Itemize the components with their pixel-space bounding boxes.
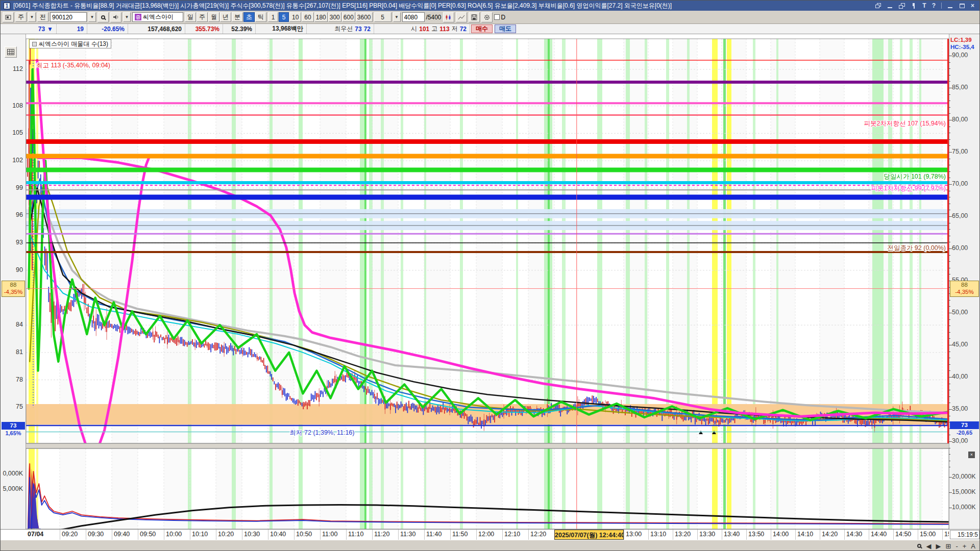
stock-code-input[interactable] (50, 12, 87, 22)
period-button-주[interactable]: 주 (197, 12, 208, 22)
settings-gear-icon[interactable] (481, 12, 493, 22)
save-icon[interactable] (469, 12, 480, 22)
pct-tick-80,00: 80,00 (952, 116, 968, 123)
period-button-초[interactable]: 초 (243, 12, 255, 22)
bar-count-input[interactable] (402, 12, 425, 22)
window-mode-icon[interactable] (3, 12, 14, 22)
minimize-pane-icon[interactable] (887, 3, 893, 9)
stock-name-box[interactable]: 증 씨엑스아이 (132, 12, 183, 22)
buy-button[interactable]: 매수 (471, 24, 493, 33)
pct-tick-85,00: 85,00 (952, 84, 968, 91)
layout-grid-icon[interactable]: ⊞ (945, 543, 951, 549)
market-combo-arrow-icon[interactable]: ▼ (28, 12, 36, 22)
search-zoom-icon[interactable] (917, 544, 921, 548)
indicator-label-box[interactable]: 씨엑스아이 매물대 수(13) (29, 39, 111, 48)
axis-minor-tick (949, 197, 950, 197)
interval-button-300[interactable]: 300 (328, 12, 341, 22)
time-label-09:40: 09:40 (112, 530, 138, 540)
auto-scale-icon[interactable]: A (971, 543, 975, 549)
period-button-분[interactable]: 분 (232, 12, 243, 22)
time-axis[interactable]: 07/0409:2009:3009:4009:5010:0010:1010:20… (1, 529, 980, 540)
sell-button[interactable]: 매도 (495, 24, 516, 33)
bottom-toolbar: ◀▶⊞-+A (1, 540, 980, 551)
time-label-10:20: 10:20 (216, 530, 242, 540)
price-tick-81: 81 (1, 348, 23, 356)
subchart-close-icon[interactable]: × (968, 452, 975, 458)
interval-button-1[interactable]: 1 (268, 12, 278, 22)
interval-button-600[interactable]: 600 (342, 12, 355, 22)
axis-minor-tick (949, 62, 950, 63)
time-label-10:50: 10:50 (294, 530, 320, 540)
tick-count-combo[interactable]: 5 (374, 12, 391, 22)
axis-minor-tick (949, 338, 950, 339)
window-maximize-icon[interactable] (959, 3, 965, 9)
period-button-일[interactable]: 일 (185, 12, 196, 22)
volume-ratio-cell: 355.73% (185, 24, 223, 34)
time-label-11:10: 11:10 (346, 530, 372, 540)
window-minimize-icon[interactable] (947, 3, 953, 9)
interval-button-60[interactable]: 60 (302, 12, 313, 22)
pct-tick-65,00: 65,00 (952, 212, 968, 219)
indicator-toggle-icon[interactable] (32, 42, 37, 46)
interval-button-180[interactable]: 180 (314, 12, 328, 22)
market-combo[interactable]: 주 (15, 12, 27, 22)
axis-minor-tick (949, 467, 950, 467)
stock-chart-window: 1 [0601] 주식종합차트 - 유통비율[88.9] 거래대금[13,968… (0, 0, 980, 551)
stock-name: 씨엑스아이 (143, 13, 174, 21)
current-price-pct-left: 1,65% (2, 430, 25, 436)
pin-icon[interactable] (911, 3, 917, 9)
help-button[interactable]: ? (932, 2, 936, 9)
code-dropdown-arrow-icon[interactable]: ▼ (88, 12, 96, 22)
sound-icon[interactable] (110, 12, 121, 22)
time-label-07/04: 07/04 (26, 530, 60, 540)
trendline-tool-icon[interactable] (456, 12, 467, 22)
chart-toolbar: 주 ▼ 전 ▼ ▼ 증 씨엑스아이 일주월년분초틱 15106018030060… (1, 11, 979, 24)
restore-pane-icon[interactable] (875, 3, 881, 9)
search-icon[interactable] (97, 12, 109, 22)
turnover-cell: 52.39% (223, 24, 256, 34)
duplicate-window-icon[interactable] (899, 3, 905, 9)
time-label-12:10: 12:10 (502, 530, 528, 540)
prev-stock-button[interactable]: 전 (37, 12, 48, 22)
ohl-cell: 시 101 고 113 저 72 (374, 24, 470, 34)
current-price: 73 (38, 26, 45, 33)
axis-minor-tick (949, 461, 950, 461)
axis-minor-tick (949, 68, 950, 69)
zoom-out-icon[interactable]: - (955, 543, 958, 549)
bottom-icons: ◀▶⊞-+A (926, 543, 975, 549)
axis-minor-tick (949, 454, 950, 455)
candle-tool-icon[interactable] (443, 12, 454, 22)
time-label-11:20: 11:20 (372, 530, 398, 540)
scroll-left-icon[interactable]: ◀ (926, 543, 931, 549)
period-button-월[interactable]: 월 (208, 12, 219, 22)
sound-dropdown-arrow-icon[interactable]: ▼ (123, 12, 131, 22)
zoom-in-icon[interactable]: + (963, 543, 967, 549)
interval-button-3600[interactable]: 3600 (356, 12, 373, 22)
window-close-icon[interactable]: × (971, 2, 974, 9)
interval-button-5[interactable]: 5 (279, 12, 289, 22)
bar-total-label: /5400 (426, 14, 442, 21)
axis-minor-tick (949, 229, 950, 230)
divider (941, 3, 942, 9)
change-pct-cell: -20.65% (87, 24, 128, 34)
axis-minor-tick (949, 165, 950, 165)
pct-tick-50,00: 50,00 (952, 309, 968, 316)
titlebar[interactable]: 1 [0601] 주식종합차트 - 유통비율[88.9] 거래대금[13,968… (1, 1, 979, 11)
best-bid: 73 (355, 26, 361, 33)
interval-button-10[interactable]: 10 (289, 12, 301, 22)
period-button-틱[interactable]: 틱 (255, 12, 266, 22)
text-tool-button[interactable]: T (922, 2, 926, 9)
price-tick-78: 78 (1, 376, 23, 383)
volume-tick-20,000K: 20,000K (952, 473, 976, 480)
time-label-13:00: 13:00 (624, 530, 648, 540)
grid-tool-button[interactable] (5, 46, 17, 58)
time-label-13:50: 13:50 (746, 530, 771, 540)
chart-plot[interactable] (26, 34, 949, 529)
pct-tick-30,00: 30,00 (952, 437, 968, 444)
d-checkbox[interactable] (494, 14, 500, 20)
period-button-년[interactable]: 년 (220, 12, 231, 22)
scroll-right-icon[interactable]: ▶ (936, 543, 941, 549)
tick-count-arrow-icon[interactable]: ▼ (393, 12, 401, 22)
crosshair-time-label: 2025/07/07(월) 12:44:40 (554, 530, 624, 540)
amount-cell: 13,968백만 (256, 24, 307, 34)
